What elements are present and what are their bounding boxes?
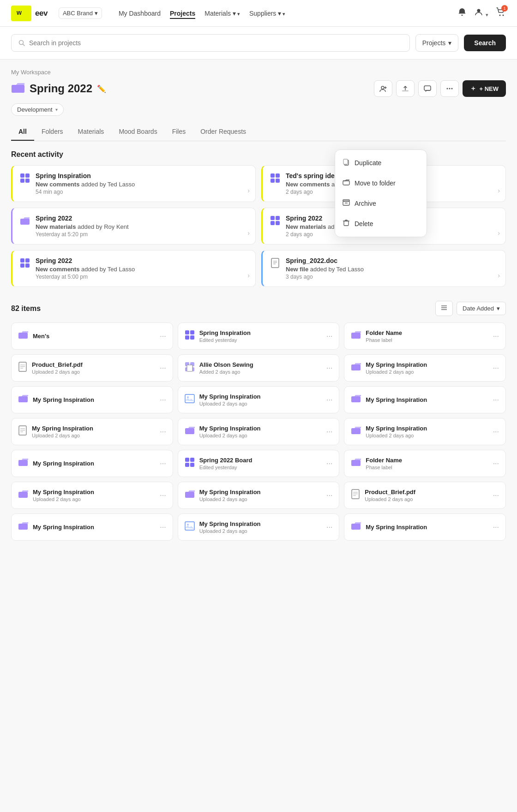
cart-button[interactable]: 1 [496, 7, 506, 19]
sort-selector[interactable]: Date Added ▾ [457, 302, 506, 315]
comment-icon [423, 84, 432, 93]
item-menu-button[interactable]: ··· [325, 426, 334, 438]
tab-folders[interactable]: Folders [34, 123, 71, 141]
nav-projects[interactable]: Projects [170, 8, 195, 19]
nav-suppliers[interactable]: Suppliers ▾ [249, 8, 285, 19]
tab-mood-boards[interactable]: Mood Boards [111, 123, 164, 141]
item-folder-icon [185, 426, 195, 438]
add-person-button[interactable] [374, 80, 392, 97]
item-menu-button[interactable]: ··· [158, 330, 168, 342]
list-item[interactable]: My Spring Inspiration Uploaded 2 days ag… [178, 482, 340, 509]
item-menu-button[interactable]: ··· [491, 521, 501, 533]
item-menu-button[interactable]: ··· [158, 362, 168, 374]
list-item[interactable]: My Spring Inspiration Uploaded 2 days ag… [178, 418, 340, 445]
item-menu-button[interactable]: ··· [491, 362, 501, 374]
item-menu-button[interactable]: ··· [325, 330, 334, 342]
item-menu-button[interactable]: ··· [491, 426, 501, 438]
list-item[interactable]: My Spring Inspiration ··· [344, 513, 506, 541]
item-sub: Uploaded 2 days ago [33, 496, 166, 502]
dropdown-duplicate[interactable]: Duplicate [335, 153, 427, 173]
list-item[interactable]: My Spring Inspiration Uploaded 2 days ag… [11, 418, 173, 445]
more-icon [445, 84, 454, 93]
svg-point-9 [381, 86, 384, 89]
notifications-button[interactable] [457, 7, 467, 19]
list-item[interactable]: My Spring Inspiration ··· [11, 513, 173, 541]
activity-grid: Spring Inspiration New comments added by… [11, 165, 506, 287]
activity-card[interactable]: Spring_2022.doc New file added by Ted La… [261, 250, 506, 287]
dropdown-move-to-folder[interactable]: Move to folder [335, 173, 427, 193]
list-item[interactable]: Allie Olson Sewing Added 2 days ago ··· [178, 354, 340, 382]
more-options-button[interactable] [440, 80, 459, 97]
item-sub: Uploaded 2 days ago [199, 528, 333, 534]
new-button[interactable]: ＋ + NEW [463, 80, 506, 97]
item-menu-button[interactable]: ··· [158, 426, 168, 438]
item-menu-button[interactable]: ··· [491, 458, 501, 470]
list-item[interactable]: My Spring Inspiration ··· [11, 450, 173, 477]
new-button-label: + NEW [479, 85, 499, 92]
search-scope-selector[interactable]: Projects ▾ [415, 34, 459, 52]
list-item[interactable]: My Spring Inspiration ··· [344, 386, 506, 413]
item-grid-icon [185, 330, 195, 343]
list-item[interactable]: Spring 2022 Board Edited yesterday ··· [178, 450, 340, 477]
tab-materials[interactable]: Materials [71, 123, 112, 141]
page-header: Spring 2022 ✏️ ＋ + NEW [11, 80, 506, 97]
item-menu-button[interactable]: ··· [158, 490, 168, 502]
item-menu-button[interactable]: ··· [158, 394, 168, 406]
item-name: My Spring Inspiration [366, 396, 499, 403]
svg-rect-31 [271, 179, 275, 183]
list-item[interactable]: Product_Brief.pdf Uploaded 2 days ago ··… [344, 482, 506, 509]
item-menu-button[interactable]: ··· [325, 458, 334, 470]
list-view-button[interactable] [435, 301, 453, 316]
list-item[interactable]: My Spring Inspiration Uploaded 2 days ag… [178, 513, 340, 541]
user-menu-button[interactable]: ▾ [474, 7, 488, 19]
list-item[interactable]: Men's ··· [11, 322, 173, 350]
nav-materials[interactable]: Materials ▾ [204, 8, 240, 19]
brand-selector[interactable]: ABC Brand ▾ [59, 7, 102, 19]
item-menu-button[interactable]: ··· [325, 521, 334, 533]
list-item[interactable]: My Spring Inspiration Uploaded 2 days ag… [344, 418, 506, 445]
item-menu-button[interactable]: ··· [491, 490, 501, 502]
activity-card-arrow-icon: › [247, 229, 250, 237]
list-view-icon [440, 304, 448, 311]
dropdown-delete[interactable]: Delete [335, 214, 427, 234]
item-menu-button[interactable]: ··· [491, 330, 501, 342]
item-menu-button[interactable]: ··· [325, 394, 334, 406]
activity-card[interactable]: Spring Inspiration New comments added by… [11, 165, 256, 202]
tab-files[interactable]: Files [165, 123, 193, 141]
item-menu-button[interactable]: ··· [158, 521, 168, 533]
list-item[interactable]: My Spring Inspiration Uploaded 2 days ag… [344, 354, 506, 382]
activity-card-time: Yesterday at 5:20 pm [36, 231, 248, 238]
svg-rect-49 [18, 333, 28, 339]
upload-button[interactable] [396, 80, 415, 97]
list-item[interactable]: My Spring Inspiration ··· [11, 386, 173, 413]
svg-point-4 [503, 15, 504, 16]
item-folder-icon [18, 458, 28, 470]
comment-button[interactable] [418, 80, 437, 97]
item-menu-button[interactable]: ··· [491, 394, 501, 406]
edit-title-icon[interactable]: ✏️ [97, 84, 106, 93]
list-item[interactable]: Folder Name Phase label ··· [344, 322, 506, 350]
svg-rect-64 [351, 364, 361, 370]
activity-card[interactable]: Spring 2022 New materials added by Roy K… [11, 208, 256, 245]
nav-dashboard[interactable]: My Dashboard [119, 8, 161, 19]
tab-order-requests[interactable]: Order Requests [193, 123, 253, 141]
item-menu-button[interactable]: ··· [325, 362, 334, 374]
item-menu-button[interactable]: ··· [158, 458, 168, 470]
item-menu-button[interactable]: ··· [325, 490, 334, 502]
dropdown-archive[interactable]: Archive [335, 193, 427, 214]
activity-card-title: Spring 2022 [36, 257, 248, 264]
list-item[interactable]: My Spring Inspiration Uploaded 2 days ag… [178, 386, 340, 413]
svg-rect-25 [20, 173, 24, 178]
tab-all[interactable]: All [11, 123, 34, 141]
phase-badge[interactable]: Development [11, 103, 64, 116]
search-button[interactable]: Search [464, 35, 506, 51]
activity-card[interactable]: Spring 2022 New comments added by Ted La… [11, 250, 256, 287]
search-input[interactable] [29, 39, 403, 47]
list-item[interactable]: Folder Name Phase label ··· [344, 450, 506, 477]
list-item[interactable]: My Spring Inspiration Uploaded 2 days ag… [11, 482, 173, 509]
list-item[interactable]: Spring Inspiration Edited yesterday ··· [178, 322, 340, 350]
search-input-wrap[interactable] [11, 34, 410, 52]
activity-card-title: Spring_2022.doc [286, 257, 498, 264]
svg-text:w: w [16, 9, 22, 16]
list-item[interactable]: Product_Brief.pdf Uploaded 2 days ago ··… [11, 354, 173, 382]
